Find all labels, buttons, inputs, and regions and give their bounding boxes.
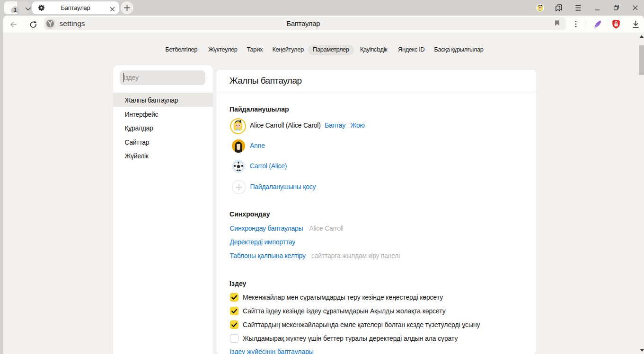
svg-text:1: 1 (14, 7, 17, 13)
